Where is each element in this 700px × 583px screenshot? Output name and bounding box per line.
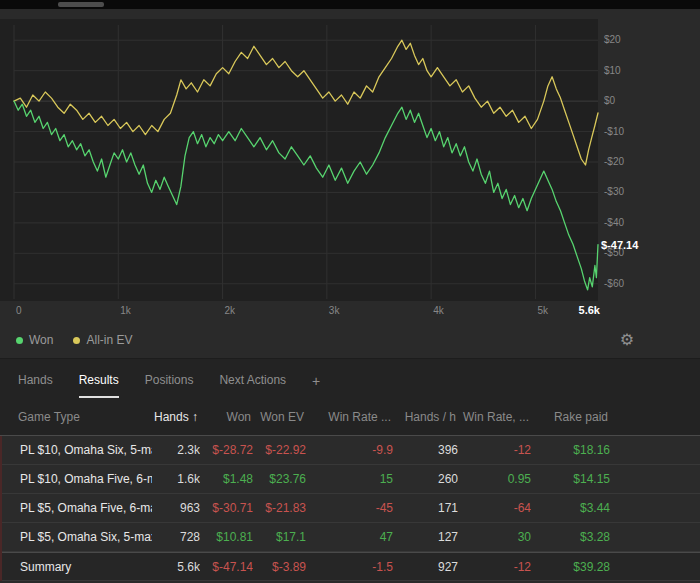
scrollbar-thumb[interactable] [58, 2, 104, 7]
summary-row[interactable]: Summary 5.6k $-47.14 $-3.89 -1.5 927 -12… [2, 552, 700, 581]
cell-hands: 1.6k [152, 472, 200, 486]
tab-positions[interactable]: Positions [145, 373, 194, 398]
col-header-win-rate-2[interactable]: Win Rate, ... [456, 410, 529, 424]
legend-item-won[interactable]: Won [16, 333, 53, 347]
legend-label-allin-ev: All-in EV [86, 333, 132, 347]
cell-won-ev: $-22.92 [253, 443, 306, 457]
tabs-bar: Hands Results Positions Next Actions + [0, 359, 700, 398]
svg-text:-$40: -$40 [604, 217, 624, 228]
cell-hands: 2.3k [152, 443, 200, 457]
cell-game-type: PL $10, Omaha Five, 6-max [20, 472, 152, 486]
cell-rake-paid: $39.28 [531, 560, 610, 574]
col-header-rake-paid[interactable]: Rake paid [529, 410, 608, 424]
cell-won: $-30.71 [200, 501, 253, 515]
cell-won: $1.48 [200, 472, 253, 486]
cell-won: $10.81 [200, 530, 253, 544]
cell-won-ev: $17.1 [253, 530, 306, 544]
settings-gear-icon[interactable]: ⚙ [620, 332, 634, 348]
col-header-hands[interactable]: Hands ↑ [150, 410, 198, 424]
add-tab-button[interactable]: + [312, 373, 320, 398]
cell-rake-paid: $3.44 [531, 501, 610, 515]
tab-next-actions[interactable]: Next Actions [219, 373, 286, 398]
winnings-chart[interactable]: $20$10$0-$10-$20-$30-$40-$50-$6001k2k3k4… [0, 9, 700, 321]
col-header-won[interactable]: Won [198, 410, 251, 424]
svg-text:1k: 1k [120, 305, 132, 316]
cell-hands-per-h: 127 [393, 530, 458, 544]
cell-win-rate: 47 [306, 530, 393, 544]
table-row[interactable]: PL $5, Omaha Five, 6-max 963 $-30.71 $-2… [2, 494, 700, 523]
svg-text:3k: 3k [329, 305, 341, 316]
table-body: PL $10, Omaha Six, 5-max 2.3k $-28.72 $-… [0, 436, 700, 581]
cell-game-type: PL $5, Omaha Six, 5-max [20, 530, 152, 544]
svg-text:2k: 2k [225, 305, 237, 316]
legend-label-won: Won [29, 333, 53, 347]
cell-game-type: Summary [20, 560, 152, 574]
cell-won-ev: $-21.83 [253, 501, 306, 515]
cell-hands: 963 [152, 501, 200, 515]
cell-won-ev: $23.76 [253, 472, 306, 486]
allin-ev-series-dot-icon [73, 337, 80, 344]
svg-text:$10: $10 [604, 65, 621, 76]
cell-win-rate-2: 0.95 [458, 472, 531, 486]
tab-results[interactable]: Results [79, 373, 119, 398]
svg-text:$20: $20 [604, 34, 621, 45]
results-panel: Hands Results Positions Next Actions + G… [0, 358, 700, 581]
svg-text:0: 0 [16, 305, 22, 316]
cell-won-ev: $-3.89 [253, 560, 306, 574]
cell-hands-per-h: 260 [393, 472, 458, 486]
svg-text:-$30: -$30 [604, 186, 624, 197]
cell-rake-paid: $3.28 [531, 530, 610, 544]
svg-text:-$60: -$60 [604, 278, 624, 289]
svg-text:$-47.14: $-47.14 [601, 239, 639, 251]
cell-hands: 5.6k [152, 560, 200, 574]
cell-win-rate-2: 30 [458, 530, 531, 544]
cell-win-rate: 15 [306, 472, 393, 486]
winnings-chart-panel: $20$10$0-$10-$20-$30-$40-$50-$6001k2k3k4… [0, 9, 700, 358]
svg-text:5.6k: 5.6k [579, 304, 601, 316]
col-header-hands-per-h[interactable]: Hands / h [391, 410, 456, 424]
cell-win-rate-2: -12 [458, 560, 531, 574]
cell-win-rate: -45 [306, 501, 393, 515]
col-header-won-ev[interactable]: Won EV [251, 410, 304, 424]
col-header-win-rate[interactable]: Win Rate ... [304, 410, 391, 424]
cell-win-rate-2: -64 [458, 501, 531, 515]
cell-hands-per-h: 927 [393, 560, 458, 574]
svg-text:5k: 5k [537, 305, 549, 316]
cell-won: $-47.14 [200, 560, 253, 574]
cell-game-type: PL $5, Omaha Five, 6-max [20, 501, 152, 515]
cell-hands: 728 [152, 530, 200, 544]
cell-rake-paid: $14.15 [531, 472, 610, 486]
svg-text:-$20: -$20 [604, 156, 624, 167]
cell-hands-per-h: 396 [393, 443, 458, 457]
won-series-dot-icon [16, 337, 23, 344]
svg-text:4k: 4k [433, 305, 445, 316]
tab-hands[interactable]: Hands [18, 373, 53, 398]
cell-rake-paid: $18.16 [531, 443, 610, 457]
table-row[interactable]: PL $10, Omaha Five, 6-max 1.6k $1.48 $23… [2, 465, 700, 494]
svg-text:-$10: -$10 [604, 126, 624, 137]
cell-win-rate-2: -12 [458, 443, 531, 457]
table-row[interactable]: PL $5, Omaha Six, 5-max 728 $10.81 $17.1… [2, 523, 700, 552]
cell-won: $-28.72 [200, 443, 253, 457]
table-row[interactable]: PL $10, Omaha Six, 5-max 2.3k $-28.72 $-… [2, 436, 700, 465]
svg-text:$0: $0 [604, 95, 616, 106]
cell-win-rate: -9.9 [306, 443, 393, 457]
cell-win-rate: -1.5 [306, 560, 393, 574]
chart-legend: Won All-in EV ⚙ [0, 324, 700, 358]
cell-hands-per-h: 171 [393, 501, 458, 515]
cell-game-type: PL $10, Omaha Six, 5-max [20, 443, 152, 457]
table-header: Game Type Hands ↑ Won Won EV Win Rate ..… [0, 398, 700, 436]
legend-item-allin-ev[interactable]: All-in EV [73, 333, 132, 347]
col-header-game-type[interactable]: Game Type [18, 410, 150, 424]
top-scrollbar [0, 0, 700, 9]
